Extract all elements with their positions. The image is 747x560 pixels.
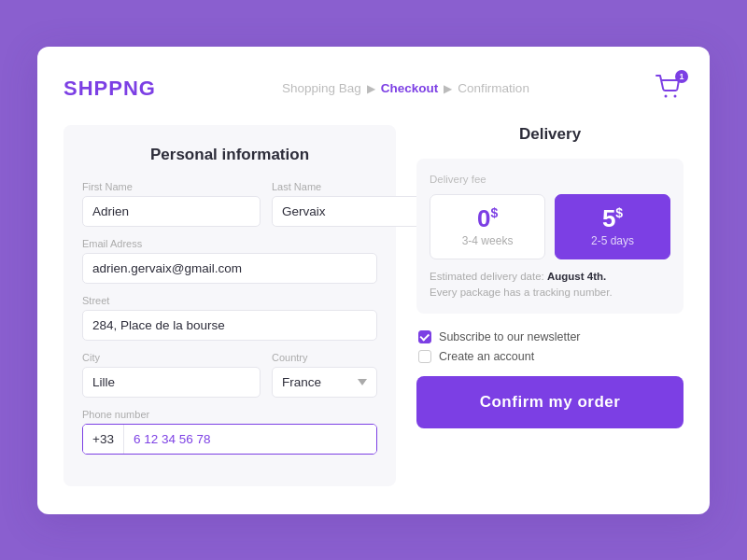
- delivery-fee-label: Delivery fee: [430, 174, 670, 185]
- phone-number-input[interactable]: [124, 425, 376, 454]
- street-row: Street: [82, 295, 377, 341]
- delivery-note: Estimated delivery date: August 4th. Eve…: [430, 269, 670, 301]
- personal-info-title: Personal information: [82, 146, 377, 164]
- delivery-fast-price: 5$: [602, 206, 623, 231]
- street-group: Street: [82, 295, 377, 341]
- delivery-option-fast[interactable]: 5$ 2-5 days: [555, 194, 670, 259]
- breadcrumb-step3: Confirmation: [458, 81, 529, 95]
- country-label: Country: [272, 352, 377, 363]
- email-label: Email Adress: [82, 238, 377, 249]
- city-input[interactable]: [82, 367, 261, 398]
- first-name-input[interactable]: [82, 196, 261, 227]
- newsletter-checkbox[interactable]: [418, 330, 431, 343]
- checkout-card: SHPPNG Shopping Bag ▶ Checkout ▶ Confirm…: [37, 47, 710, 514]
- breadcrumb-sep2: ▶: [444, 82, 452, 95]
- street-input[interactable]: [82, 310, 377, 341]
- first-name-group: First Name: [82, 181, 261, 227]
- delivery-title: Delivery: [416, 125, 684, 144]
- delivery-option-free[interactable]: 0$ 3-4 weeks: [430, 194, 545, 259]
- breadcrumb-sep1: ▶: [367, 82, 375, 95]
- breadcrumb-step2: Checkout: [381, 81, 439, 95]
- delivery-free-duration: 3-4 weeks: [462, 234, 514, 247]
- city-label: City: [82, 352, 261, 363]
- delivery-options: 0$ 3-4 weeks 5$ 2-5 days: [430, 194, 670, 259]
- country-select[interactable]: France Germany UK Spain: [272, 367, 377, 398]
- breadcrumb: Shopping Bag ▶ Checkout ▶ Confirmation: [282, 81, 529, 95]
- city-country-row: City Country France Germany UK Spain: [82, 352, 377, 398]
- delivery-panel: Delivery Delivery fee 0$ 3-4 weeks 5$ 2: [416, 125, 684, 486]
- phone-group: Phone number +33: [82, 409, 377, 455]
- account-checkbox[interactable]: [418, 350, 431, 363]
- phone-row: Phone number +33: [82, 409, 377, 455]
- email-input[interactable]: [82, 253, 377, 284]
- svg-point-0: [664, 94, 667, 97]
- main-content: Personal information First Name Last Nam…: [63, 125, 684, 486]
- account-label: Create an account: [439, 350, 534, 363]
- cart-button[interactable]: 1: [655, 75, 684, 103]
- name-row: First Name Last Name: [82, 181, 377, 227]
- phone-prefix: +33: [83, 425, 124, 454]
- cart-badge: 1: [675, 70, 688, 83]
- street-label: Street: [82, 295, 377, 306]
- email-row: Email Adress: [82, 238, 377, 284]
- email-group: Email Adress: [82, 238, 377, 284]
- checkboxes: Subscribe to our newsletter Create an ac…: [416, 327, 684, 363]
- confirm-order-button[interactable]: Confirm my order: [416, 376, 684, 428]
- phone-label: Phone number: [82, 409, 377, 420]
- newsletter-label: Subscribe to our newsletter: [439, 330, 580, 343]
- personal-info-panel: Personal information First Name Last Nam…: [63, 125, 396, 486]
- delivery-note-tracking: Every package has a tracking number.: [430, 287, 613, 298]
- breadcrumb-step1: Shopping Bag: [282, 81, 361, 95]
- delivery-note-prefix: Estimated delivery date:: [430, 271, 547, 282]
- delivery-free-price: 0$: [477, 206, 498, 231]
- header: SHPPNG Shopping Bag ▶ Checkout ▶ Confirm…: [63, 75, 684, 103]
- phone-input-row: +33: [82, 424, 377, 455]
- delivery-note-date: August 4th.: [547, 271, 606, 282]
- account-checkbox-row[interactable]: Create an account: [418, 350, 684, 363]
- delivery-fast-duration: 2-5 days: [591, 234, 634, 247]
- newsletter-checkbox-row[interactable]: Subscribe to our newsletter: [418, 330, 684, 343]
- city-group: City: [82, 352, 261, 398]
- delivery-box: Delivery fee 0$ 3-4 weeks 5$ 2-5 days: [416, 159, 684, 315]
- first-name-label: First Name: [82, 181, 261, 192]
- country-group: Country France Germany UK Spain: [272, 352, 377, 398]
- svg-point-1: [673, 94, 676, 97]
- logo: SHPPNG: [63, 77, 156, 101]
